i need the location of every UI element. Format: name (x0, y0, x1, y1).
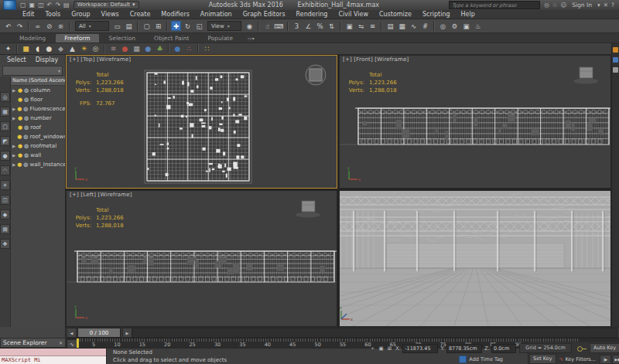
ribbon-tab[interactable]: Modeling (11, 34, 54, 43)
visibility-bulb-icon[interactable]: ● (17, 106, 22, 112)
time-tag-icon[interactable] (459, 355, 467, 363)
select-and-scale-icon[interactable]: ◱ (194, 21, 204, 31)
reference-coordinate-dropdown[interactable]: View▾ (207, 21, 241, 31)
schematic-view-icon[interactable]: # (420, 21, 430, 31)
app-logo-icon[interactable] (3, 0, 16, 10)
dropdown-caret-icon[interactable]: ▾ (596, 2, 602, 9)
menu-item[interactable]: Views (96, 10, 125, 19)
explorer-menu-item[interactable]: Display (36, 56, 59, 63)
named-selection-sets-icon[interactable]: ▣ (344, 21, 354, 31)
explorer-display-cameras-icon[interactable]: ◫ (0, 195, 10, 205)
explorer-menu-item[interactable]: Select (7, 56, 26, 63)
transform-gizmo-icon[interactable]: ⌖ (369, 345, 376, 352)
list-item[interactable]: ▶ ● ◍ roof_windows (11, 132, 65, 141)
explorer-select-all-icon[interactable]: ▦ (0, 107, 10, 117)
set-key-button[interactable]: Set Key (529, 354, 556, 364)
expand-arrow-icon[interactable]: ▶ (12, 107, 15, 111)
diamond-primitive-icon[interactable]: ◆ (56, 44, 66, 54)
next-frame-button[interactable]: ▶ (122, 328, 132, 338)
go-to-end-icon[interactable]: ▶▶ (612, 355, 619, 364)
redo-icon[interactable]: ↷ (15, 21, 25, 31)
viewport-label[interactable]: [+] [Top] [Wireframe] (70, 56, 131, 63)
visibility-bulb-icon[interactable]: ● (17, 134, 22, 140)
unlink-selection-icon[interactable]: ⊘ (44, 21, 54, 31)
selection-filter-dropdown[interactable]: All▾ (75, 21, 109, 31)
key-filters-button[interactable]: Key Filters... (565, 356, 596, 362)
list-item[interactable]: ▶ ● ◍ roof (11, 123, 65, 132)
search-input[interactable] (450, 2, 539, 9)
expand-arrow-icon[interactable]: ▶ (12, 153, 16, 158)
workspace-dropdown[interactable]: Workspace: Default ▾ (74, 1, 139, 9)
select-and-link-icon[interactable]: ∞ (32, 21, 43, 31)
select-by-name-icon[interactable]: ▤ (124, 21, 134, 31)
menu-item[interactable]: Civil View (333, 10, 374, 19)
select-brush-icon[interactable]: ✦ (3, 44, 13, 54)
earth-sphere-icon[interactable]: ● (173, 44, 183, 54)
favorites-star-icon[interactable]: ☆ (551, 2, 559, 9)
open-file-icon[interactable]: ▣ (28, 1, 37, 9)
expand-arrow-icon[interactable]: ▶ (12, 88, 16, 93)
viewport-left[interactable]: xy [+] [Left] [Wireframe] Total Polys:1,… (66, 190, 337, 327)
y-coordinate-field[interactable]: Y: 8778.35cm (439, 344, 482, 353)
menu-item[interactable]: Customize (374, 10, 417, 19)
explorer-display-shapes-icon[interactable]: ◠ (0, 165, 10, 175)
menu-item[interactable]: Modifiers (156, 10, 195, 19)
window-crossing-icon[interactable]: ⊞ (153, 21, 163, 31)
viewport-label[interactable]: [+] [Left] [Wireframe] (70, 192, 132, 198)
toolbar-icon[interactable] (287, 22, 289, 31)
material-editor-icon[interactable]: ◎ (438, 21, 448, 31)
expand-arrow-icon[interactable]: ▶ (12, 116, 16, 121)
align-icon[interactable]: ≡ (368, 21, 378, 31)
x-coordinate-field[interactable]: X: -11873.45 (394, 344, 438, 353)
explorer-search-box[interactable]: ▾ (2, 66, 63, 76)
percent-snap-icon[interactable]: % (315, 21, 325, 31)
user-icon[interactable]: ☺ (559, 2, 568, 9)
visibility-bulb-icon[interactable]: ● (17, 162, 22, 168)
command-panel-display-icon[interactable] (613, 67, 618, 73)
auto-key-button[interactable]: Auto Key (590, 343, 619, 353)
visibility-bulb-icon[interactable]: ● (18, 97, 22, 103)
visibility-bulb-icon[interactable]: ● (18, 143, 22, 149)
sphere-primitive-icon[interactable]: ● (44, 44, 54, 54)
toolbar-icon[interactable] (381, 22, 382, 31)
help-search-box[interactable] (449, 1, 540, 9)
close-icon[interactable]: ✕ (59, 340, 63, 345)
particles-icon[interactable]: ∴ (184, 44, 194, 54)
ribbon-tab[interactable]: Populate (199, 34, 241, 43)
set-key-toggle-icon[interactable] (577, 346, 587, 351)
lattice-box-icon[interactable]: ▦ (132, 44, 142, 54)
list-item[interactable]: ▶ ● ◍ column (11, 86, 65, 95)
toggle-ribbon-icon[interactable]: ▦ (397, 21, 407, 31)
new-file-icon[interactable]: ▢ (19, 1, 28, 9)
next-frame-icon[interactable]: |▶ (600, 355, 611, 364)
toggle-scene-explorer-icon[interactable]: ▤ (385, 21, 395, 31)
dome-primitive-icon[interactable]: ◖ (32, 44, 43, 54)
maxscript-mini-listener[interactable]: MAXScript Mi (0, 349, 107, 364)
viewport-front[interactable]: xy [+] [Front] [Wireframe] Total Polys:1… (339, 55, 611, 189)
project-folder-icon[interactable]: ▤ (62, 1, 71, 9)
menu-item[interactable]: Rendering (291, 10, 333, 19)
shelf-icon[interactable] (104, 44, 105, 53)
explorer-display-lights-icon[interactable]: ☀ (0, 180, 10, 190)
select-and-manipulate-icon[interactable]: ☝ (262, 21, 272, 31)
menu-item[interactable]: Help (456, 10, 480, 19)
menu-item[interactable]: Animation (195, 10, 238, 19)
shelf-icon[interactable] (197, 44, 199, 53)
expand-arrow-icon[interactable]: ▶ (12, 162, 15, 167)
previous-frame-button[interactable]: ◀ (67, 328, 77, 338)
geosphere-primitive-icon[interactable]: ◎ (91, 44, 101, 54)
visibility-bulb-icon[interactable]: ● (18, 115, 22, 121)
explorer-find-icon[interactable]: ◎ (0, 92, 10, 102)
spinner-snap-icon[interactable]: ⇅ (327, 21, 337, 31)
toolbar-icon[interactable] (166, 22, 168, 31)
explorer-select-invert-icon[interactable]: ◩ (0, 136, 10, 146)
spline-rope-icon[interactable]: ≋ (108, 44, 118, 54)
time-slider-handle[interactable]: 0 / 100 (77, 328, 121, 338)
shelf-icon[interactable] (16, 44, 18, 53)
render-production-icon[interactable]: ♨ (473, 21, 483, 31)
maxscript-macro-row[interactable] (0, 349, 106, 356)
ribbon-tab[interactable]: Object Paint (145, 34, 197, 43)
list-item[interactable]: ▶ ● ◍ wall (11, 151, 65, 160)
visibility-bulb-icon[interactable]: ● (18, 87, 22, 94)
menu-item[interactable]: Edit (17, 10, 40, 19)
